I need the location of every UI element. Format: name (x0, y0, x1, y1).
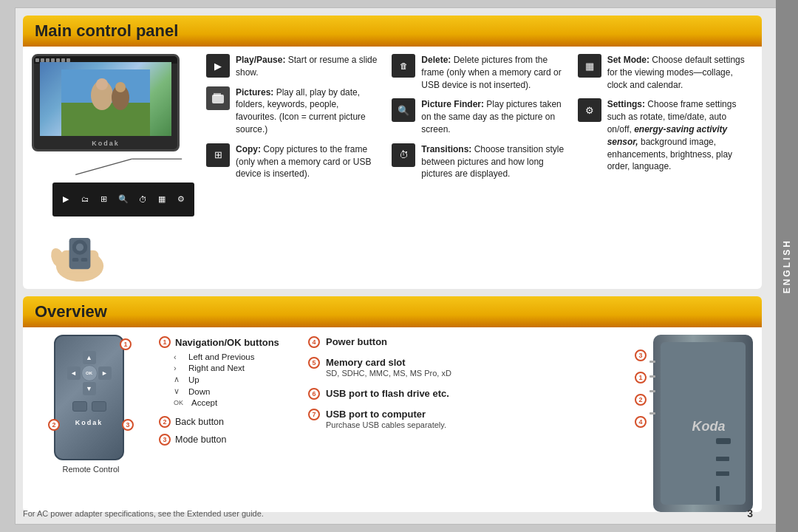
svg-line-7 (75, 159, 132, 174)
desc-play-pause: ▶ Play/Pause: Start or resume a slide sh… (206, 54, 381, 79)
arrow-left-icon: ‹ (174, 352, 183, 361)
overview-section: Overview 1 2 3 ▲ ▼ ◄ (23, 296, 762, 512)
desc-set-mode: ▦ Set Mode: Choose default settings for … (578, 54, 753, 91)
remote-label: Remote Control (62, 465, 119, 474)
device-area: Kodak ▶ 🗂 ⊞ 🔍 ⏱ ▦ ⚙ (32, 54, 194, 282)
usb-computer-item: 7 USB port to computer Purchase USB cabl… (308, 409, 463, 431)
main-panel-section: Main control panel (23, 16, 762, 289)
set-mode-label: Set Mode: (607, 55, 649, 65)
nav-item-left-text: Left and Previous (188, 352, 255, 361)
remote-badge-1: 1 (120, 338, 132, 350)
main-panel-header: Main control panel (23, 16, 762, 47)
delete-text: Delete: Delete pictures from the frame (… (421, 54, 567, 91)
pictures-icon-btn[interactable]: 🗂 (76, 186, 93, 213)
copy-label: Copy: (236, 144, 261, 154)
ok-label: OK (174, 399, 185, 406)
remote-badge-2: 2 (48, 419, 60, 431)
toolbar-dot (35, 58, 39, 62)
pictures-label: Pictures: (236, 87, 273, 98)
remote-mode-btn[interactable] (92, 401, 106, 412)
transitions-icon-btn[interactable]: ⏱ (134, 186, 151, 213)
dpad-left-btn[interactable]: ◄ (67, 366, 81, 380)
memory-card-item: 5 Memory card slot SD, SDHC, MMC, MS, MS… (308, 357, 463, 379)
desc-transitions: ⏱ Transitions: Choose transition style b… (392, 143, 567, 180)
toolbar-dot (56, 58, 60, 62)
power-btn-item: 4 Power button (308, 336, 463, 348)
remote-back-btn[interactable] (72, 401, 87, 412)
frame-brand: Kodak (92, 140, 120, 147)
set-mode-icon: ▦ (578, 54, 601, 78)
mode-btn-row: 3 Mode button (159, 434, 299, 446)
frame-device: Kodak (32, 54, 180, 151)
power-btn-label: Power button (326, 336, 387, 347)
delete-icon-btn[interactable]: 🔍 (115, 186, 132, 213)
arrow-down-icon: ∨ (174, 386, 183, 396)
play-pause-label: Play/Pause: (236, 55, 285, 65)
desc-picture-finder: 🔍 Picture Finder: Play pictures taken on… (392, 98, 567, 135)
english-label: ENGLISH (782, 239, 792, 293)
overview-title: Overview (35, 302, 107, 321)
settings-text: Settings: Choose frame settings such as … (607, 98, 753, 173)
overview-content: 1 2 3 ▲ ▼ ◄ ► OK (23, 327, 762, 512)
copy-icon: ⊞ (206, 143, 230, 167)
right-device-area: 3 1 2 4 5 6 7 (472, 335, 753, 505)
usb-computer-text: USB port to computer Purchase USB cables… (326, 409, 446, 431)
pictures-text: Pictures: Play all, play by date, folder… (236, 86, 381, 136)
device-side-svg: Koda (642, 335, 753, 512)
delete-label: Delete: (421, 55, 451, 65)
icon-bar: ▶ 🗂 ⊞ 🔍 ⏱ ▦ ⚙ (52, 183, 194, 216)
nav-area: 1 Navigation/OK buttons ‹ Left and Previ… (159, 335, 299, 505)
toolbar-dot (51, 58, 55, 62)
back-btn-row: 2 Back button (159, 416, 299, 428)
svg-rect-28 (716, 486, 720, 501)
nav-title-text: Navigation/OK buttons (175, 337, 279, 348)
dpad-down-btn[interactable]: ▼ (83, 382, 96, 395)
settings-label: Settings: (607, 99, 645, 109)
usb-flash-badge: 6 (308, 388, 320, 400)
play-pause-icon-btn[interactable]: ▶ (57, 186, 74, 213)
copy-icon-btn[interactable]: ⊞ (95, 186, 112, 213)
nav-badge-1: 1 (159, 336, 171, 348)
setmode-icon-btn[interactable]: ▦ (154, 186, 171, 213)
usb-computer-label: USB port to computer (326, 409, 446, 420)
set-mode-text: Set Mode: Choose default settings for th… (607, 54, 753, 91)
remote-dpad: ▲ ▼ ◄ ► OK (67, 351, 112, 395)
back-btn-label: Back button (175, 417, 224, 427)
transitions-icon: ⏱ (392, 143, 415, 167)
desc-copy: ⊞ Copy: Copy pictures to the frame (only… (206, 143, 381, 180)
mode-btn-label: Mode button (175, 434, 227, 445)
main-panel-content: Kodak ▶ 🗂 ⊞ 🔍 ⏱ ▦ ⚙ (23, 47, 762, 289)
footer: For AC power adapter specifications, see… (23, 508, 753, 519)
toolbar-dot (61, 58, 65, 62)
desc-column-2: 🗑 Delete: Delete pictures from the frame… (392, 54, 567, 282)
usb-flash-label: USB port to flash drive etc. (326, 388, 449, 399)
memory-card-label: Memory card slot (326, 357, 451, 368)
connector-arrows (32, 156, 194, 178)
svg-rect-21 (649, 361, 655, 363)
play-pause-text: Play/Pause: Start or resume a slide show… (236, 54, 381, 79)
main-panel-title: Main control panel (35, 21, 178, 41)
settings-icon-btn[interactable]: ⚙ (173, 186, 190, 213)
nav-item-ok: OK Accept (174, 398, 299, 407)
usb-computer-badge: 7 (308, 409, 320, 420)
arrow-right-icon: › (174, 364, 183, 372)
settings-icon-desc: ⚙ (578, 98, 601, 122)
usb-flash-item: 6 USB port to flash drive etc. (308, 388, 463, 400)
remote-badge-3: 3 (122, 419, 134, 431)
frame-screen (40, 62, 171, 136)
nav-title: 1 Navigation/OK buttons (159, 336, 299, 348)
svg-rect-25 (716, 438, 731, 444)
transitions-text: Transitions: Choose transition style bet… (421, 143, 567, 180)
overview-header: Overview (23, 296, 762, 327)
sd-card-svg (211, 92, 225, 105)
svg-rect-24 (649, 412, 655, 415)
memory-badge: 5 (308, 357, 320, 369)
transitions-label: Transitions: (421, 144, 471, 154)
dpad-up-btn[interactable]: ▲ (83, 351, 96, 364)
dpad-right-btn[interactable]: ► (98, 366, 112, 380)
power-badge: 4 (308, 336, 320, 348)
svg-point-6 (115, 82, 126, 92)
dpad-ok-btn[interactable]: OK (81, 365, 98, 381)
copy-text: Copy: Copy pictures to the frame (only w… (236, 143, 381, 180)
nav-item-down-text: Down (188, 387, 210, 396)
